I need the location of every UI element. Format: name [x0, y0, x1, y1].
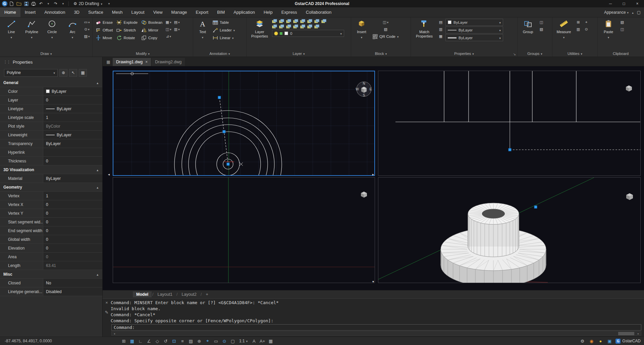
ellipse-tool-button[interactable]: ⊙ [83, 26, 91, 32]
array-tool-button[interactable]: ▦ [165, 19, 172, 25]
auto-annotation-scale-icon[interactable]: A+ [259, 338, 265, 344]
boolean-button[interactable]: Boolean [140, 19, 164, 26]
property-value[interactable] [43, 148, 102, 156]
table-button[interactable]: Table [211, 19, 236, 26]
viewcube-south[interactable]: S [363, 93, 365, 97]
workspace-switcher[interactable]: ⚙ 2D Drafting [71, 1, 105, 7]
edit-command-icon[interactable]: ✎ [105, 310, 109, 315]
palette-grip-icon[interactable]: ⋮⋮ [3, 60, 10, 64]
menu-tab-annotation[interactable]: Annotation [40, 7, 69, 17]
circle-button[interactable]: Circle [43, 19, 62, 40]
property-value[interactable]: ByLayer [43, 105, 102, 113]
create-block-button[interactable]: ◫ [371, 19, 400, 25]
section-header[interactable]: Geometry [0, 183, 102, 192]
viewport-top-left[interactable]: N W E S [113, 71, 375, 176]
appearance-dropdown[interactable]: Appearance [604, 10, 629, 15]
close-button[interactable]: × [631, 0, 644, 7]
property-value[interactable]: No [43, 279, 102, 287]
property-value[interactable]: ByLayer [43, 139, 102, 148]
layer-freeze-icon[interactable] [279, 19, 284, 23]
group-edit-button[interactable]: ▧ [538, 26, 545, 32]
save-button[interactable] [23, 1, 30, 7]
settings-gear-icon[interactable]: ⚙ [579, 338, 585, 344]
open-file-button[interactable] [15, 1, 22, 7]
menu-tab-surface[interactable]: Surface [84, 7, 108, 17]
polyline-button[interactable]: Polyline [22, 19, 42, 40]
select-objects-button[interactable]: ↖ [69, 69, 77, 77]
menu-tab-layout[interactable]: Layout [127, 7, 149, 17]
minimize-button[interactable]: ─ [604, 0, 617, 7]
layer-thaw-icon[interactable] [300, 24, 305, 29]
property-value[interactable]: 63.41 [43, 261, 102, 270]
menu-tab-mesh[interactable]: Mesh [108, 7, 127, 17]
gstarcad-logo-icon[interactable]: G [2, 1, 7, 6]
viewcube-east[interactable]: E [370, 87, 372, 91]
property-value[interactable]: 0 [43, 96, 102, 104]
move-button[interactable]: Move [94, 34, 114, 42]
grid-toggle-icon[interactable]: ▦ [129, 338, 135, 344]
redo-dropdown-icon[interactable] [60, 1, 66, 7]
rotate-button[interactable]: Rotate [115, 34, 139, 42]
customize-toolbar-icon[interactable] [106, 1, 112, 7]
property-value[interactable]: 1 [43, 192, 102, 200]
arc-button[interactable]: Arc [63, 19, 82, 40]
viewcube-mini[interactable] [626, 193, 633, 200]
linear-dimension-button[interactable]: Linear [211, 34, 236, 42]
tab-list-icon[interactable]: ▦ [105, 58, 112, 66]
selection-cycling-icon[interactable]: ⊕ [196, 338, 202, 344]
layer-copy-icon[interactable] [314, 24, 319, 29]
color-control-dropdown[interactable]: ByLayer [445, 19, 503, 26]
menu-tab-collaboration[interactable]: Collaboration [302, 7, 336, 17]
menu-tab-bim[interactable]: BIM [213, 7, 229, 17]
viewport-bottom-left[interactable] [113, 177, 375, 283]
point-style-button[interactable]: ⊙ [583, 26, 590, 32]
layout-tab-layout2[interactable]: Layout2 [178, 291, 200, 297]
hatch-tool-button[interactable]: ▨ [83, 33, 91, 40]
ortho-toggle-icon[interactable]: ∟ [138, 338, 144, 344]
property-value[interactable]: 0 [43, 226, 102, 235]
viewcube-north[interactable]: N [363, 82, 365, 85]
undo-dropdown-icon[interactable] [45, 1, 52, 7]
viewport-grip-icon[interactable]: ▸ [372, 173, 374, 176]
layer-unlock-icon[interactable] [307, 24, 312, 29]
property-value[interactable]: 0 [43, 244, 102, 252]
modify-panel-label[interactable]: Modify [93, 51, 193, 57]
properties-list-button[interactable]: ▤ [437, 19, 444, 25]
layer-previous-icon[interactable] [321, 19, 326, 23]
explode-button[interactable]: Explode [115, 19, 139, 26]
scroll-left-icon[interactable]: ◂ [112, 332, 117, 335]
panel-display-icon[interactable]: ▢ [637, 10, 641, 15]
edit-block-button[interactable]: ▧ [371, 26, 400, 32]
property-value[interactable]: ByColor [43, 122, 102, 130]
properties-paint-button[interactable]: ▥ [437, 26, 444, 32]
object-type-dropdown[interactable]: Polyline [4, 69, 58, 77]
measure-button[interactable]: Measure [554, 19, 574, 40]
linetype-control-dropdown[interactable]: ByLayer [445, 26, 503, 33]
property-value[interactable]: ByLayer [43, 87, 102, 95]
menu-tab-3d[interactable]: 3D [69, 7, 84, 17]
layer-panel-label[interactable]: Layer [247, 51, 351, 57]
clipboard-panel-label[interactable]: Clipboard [598, 51, 644, 57]
undo-button[interactable]: ↶ [38, 1, 44, 7]
layer-lock-icon[interactable] [286, 19, 291, 23]
insert-block-button[interactable]: Insert [353, 19, 370, 40]
break-tool-button[interactable]: ▥ [173, 26, 180, 32]
new-file-button[interactable] [8, 1, 15, 7]
file-tab[interactable]: Drawing1.dwg× [113, 58, 151, 66]
command-history[interactable]: Command: MINSERT Enter block name or [?]… [111, 299, 644, 324]
cut-button[interactable]: ▧ [619, 19, 626, 25]
scale-tool-button[interactable]: ▤ [173, 19, 180, 25]
grid-settings-icon[interactable]: ▦ [268, 338, 274, 344]
section-header[interactable]: Misc [0, 270, 102, 279]
id-point-button[interactable]: ⌖ [583, 19, 590, 25]
command-hscrollbar[interactable]: ◂ ▸ [111, 331, 641, 336]
close-tab-icon[interactable]: × [145, 60, 148, 64]
menu-tab-express[interactable]: Express [277, 7, 302, 17]
menu-tab-export[interactable]: Export [192, 7, 213, 17]
properties-settings-button[interactable]: ▦ [437, 33, 444, 40]
layer-properties-button[interactable]: Layer Properties [248, 19, 271, 38]
dynamic-input-icon[interactable]: ▭ [213, 338, 219, 344]
menu-tab-application[interactable]: Application [229, 7, 259, 17]
layer-walk-icon[interactable] [272, 24, 277, 29]
plot-button[interactable] [30, 1, 37, 7]
